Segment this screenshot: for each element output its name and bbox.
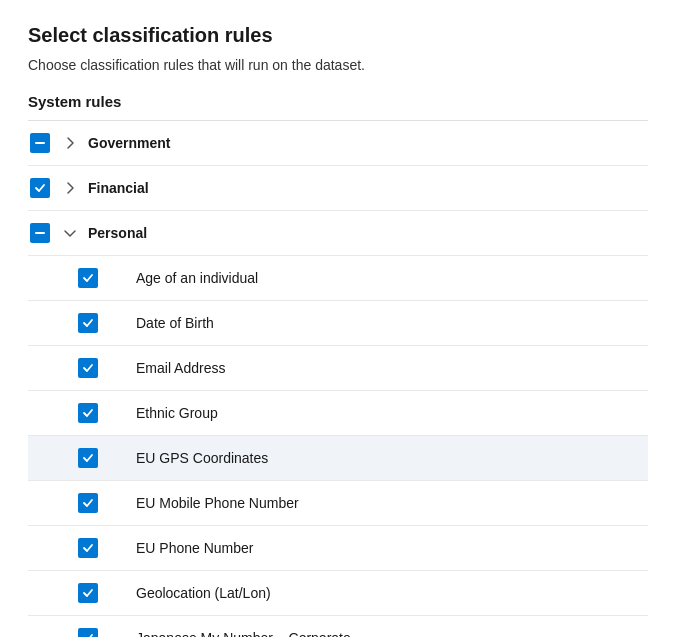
rule-row-ethnic: Ethnic Group: [28, 391, 648, 436]
rule-row-email: Email Address: [28, 346, 648, 391]
rule-row-financial: Financial: [28, 166, 648, 211]
rule-label-eumobile: EU Mobile Phone Number: [136, 495, 299, 511]
checked-icon[interactable]: [78, 313, 98, 333]
checked-icon[interactable]: [78, 358, 98, 378]
rule-row-personal: Personal: [28, 211, 648, 256]
section-label: System rules: [28, 93, 648, 110]
rule-label-email: Email Address: [136, 360, 225, 376]
checkbox-eumobile[interactable]: [76, 491, 100, 515]
rule-row-euphone: EU Phone Number: [28, 526, 648, 571]
partial-icon[interactable]: [30, 223, 50, 243]
checked-icon[interactable]: [78, 538, 98, 558]
checkbox-dob[interactable]: [76, 311, 100, 335]
rule-row-jpncorp: Japanese My Number – Corporate: [28, 616, 648, 637]
rule-row-age: Age of an individual: [28, 256, 648, 301]
chevron-right-icon[interactable]: [62, 180, 78, 196]
checkbox-age[interactable]: [76, 266, 100, 290]
rule-label-financial: Financial: [88, 180, 149, 196]
checkbox-jpncorp[interactable]: [76, 626, 100, 637]
dialog: Select classification rules Choose class…: [0, 0, 676, 637]
rule-label-age: Age of an individual: [136, 270, 258, 286]
dialog-title: Select classification rules: [28, 24, 648, 47]
rule-label-geolocation: Geolocation (Lat/Lon): [136, 585, 271, 601]
checkbox-geolocation[interactable]: [76, 581, 100, 605]
checkbox-personal[interactable]: [28, 221, 52, 245]
checkbox-ethnic[interactable]: [76, 401, 100, 425]
rules-list: Government Financial Personal Age of an …: [28, 120, 648, 637]
checked-icon[interactable]: [78, 628, 98, 637]
dialog-subtitle: Choose classification rules that will ru…: [28, 57, 648, 73]
rule-label-dob: Date of Birth: [136, 315, 214, 331]
checked-icon[interactable]: [78, 493, 98, 513]
checkbox-financial[interactable]: [28, 176, 52, 200]
rule-label-eugps: EU GPS Coordinates: [136, 450, 268, 466]
rule-label-euphone: EU Phone Number: [136, 540, 254, 556]
checked-icon[interactable]: [78, 583, 98, 603]
chevron-right-icon[interactable]: [62, 135, 78, 151]
rule-row-dob: Date of Birth: [28, 301, 648, 346]
rule-row-eumobile: EU Mobile Phone Number: [28, 481, 648, 526]
checkbox-government[interactable]: [28, 131, 52, 155]
rule-row-eugps: EU GPS Coordinates: [28, 436, 648, 481]
rule-label-government: Government: [88, 135, 170, 151]
rule-row-geolocation: Geolocation (Lat/Lon): [28, 571, 648, 616]
rule-label-ethnic: Ethnic Group: [136, 405, 218, 421]
checked-icon[interactable]: [78, 448, 98, 468]
rule-row-government: Government: [28, 121, 648, 166]
checkbox-eugps[interactable]: [76, 446, 100, 470]
checked-icon[interactable]: [78, 403, 98, 423]
checkbox-euphone[interactable]: [76, 536, 100, 560]
partial-icon[interactable]: [30, 133, 50, 153]
checked-icon[interactable]: [30, 178, 50, 198]
checked-icon[interactable]: [78, 268, 98, 288]
rule-label-jpncorp: Japanese My Number – Corporate: [136, 630, 351, 637]
checkbox-email[interactable]: [76, 356, 100, 380]
rule-label-personal: Personal: [88, 225, 147, 241]
chevron-down-icon[interactable]: [62, 225, 78, 241]
